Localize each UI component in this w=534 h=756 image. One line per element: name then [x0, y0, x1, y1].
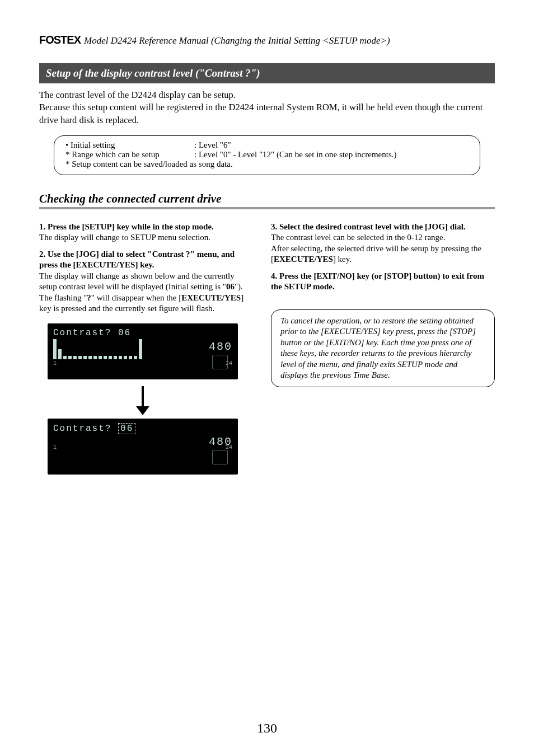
settings-info-box: • Initial setting : Level "6" * Range wh… — [54, 135, 480, 175]
intro-line-1: The contrast level of the D2424 display … — [39, 90, 236, 100]
lcd-side-number: 480 — [209, 340, 232, 353]
arrow-down-icon — [142, 386, 144, 408]
step-body: " will disappear when the [ — [91, 293, 182, 302]
info-value: : Level "6" — [194, 140, 231, 150]
key-name: SETUP — [85, 222, 111, 231]
lcd-text: Contrast? 06 — [53, 423, 232, 434]
section-title-bar: Setup of the display contrast level ("Co… — [39, 63, 495, 83]
header: FOSTEX Model D2424 Reference Manual (Cha… — [39, 34, 495, 46]
step-body: The contrast level can be selected in th… — [271, 233, 446, 242]
step-body: The display will change to SETUP menu se… — [39, 233, 210, 242]
step-text: ] key. — [135, 260, 154, 269]
lcd-scale: 124 — [53, 444, 232, 450]
manual-page: FOSTEX Model D2424 Reference Manual (Cha… — [0, 0, 534, 756]
step-2: 2. Use the [JOG] dial to select "Contras… — [39, 249, 246, 314]
step-4: 4. Press the [EXIT/NO] key (or [STOP] bu… — [271, 271, 495, 293]
lcd-icon — [212, 450, 228, 464]
info-label: • Initial setting — [65, 140, 194, 150]
step-body: The display will change as shown below a… — [39, 271, 235, 292]
step-text: 4. Press the [ — [271, 271, 316, 280]
two-columns: 1. Press the [SETUP] key while in the st… — [39, 222, 495, 475]
key-name: EXIT/NO — [316, 271, 352, 280]
step-body: ] key. — [333, 255, 352, 264]
step-text: 1. Press the [ — [39, 222, 85, 231]
lcd-icon — [212, 355, 228, 369]
lcd-bargraph — [53, 340, 232, 359]
header-title: Model D2424 Reference Manual (Changing t… — [84, 35, 390, 46]
step-body: "). — [235, 282, 243, 291]
step-text: ] dial to select " — [96, 250, 152, 259]
intro-line-2: Because this setup content will be regis… — [39, 102, 483, 125]
key-name: STOP — [387, 271, 409, 280]
step-text: ] key (or [ — [352, 271, 387, 280]
brand-logo: FOSTEX — [39, 34, 81, 46]
column-right: 3. Select the desired contrast level wit… — [271, 222, 495, 475]
step-1: 1. Press the [SETUP] key while in the st… — [39, 222, 246, 243]
lcd-scale: 124 — [53, 360, 232, 367]
key-name: JOG — [428, 222, 445, 231]
lcd-text-value: 06 — [118, 423, 135, 434]
menu-name: Contrast ? — [152, 250, 190, 259]
info-value: : Level "0" - Level "12" (Can be set in … — [194, 150, 396, 159]
column-left: 1. Press the [SETUP] key while in the st… — [39, 222, 246, 475]
info-row: • Initial setting : Level "6" — [65, 140, 469, 150]
step-text: ] key while in the stop mode. — [112, 222, 214, 231]
step-text: 3. Select the desired contrast level wit… — [271, 222, 428, 231]
step-3: 3. Select the desired contrast level wit… — [271, 222, 495, 265]
lcd-display-1: Contrast? 06 — [48, 323, 238, 379]
step-text: ] dial. — [445, 222, 466, 231]
key-name: EXECUTE/YES — [76, 260, 135, 269]
key-name: JOG — [79, 250, 96, 259]
note-box: To cancel the operation, or to restore t… — [271, 309, 495, 387]
step-text: 2. Use the [ — [39, 250, 79, 259]
intro-paragraph: The contrast level of the D2424 display … — [39, 89, 495, 126]
section-heading: Checking the connected current drive — [39, 192, 495, 206]
step-body: The flashing " — [39, 293, 87, 302]
key-name: EXECUTE/YES — [181, 293, 241, 302]
value: ? — [87, 293, 91, 302]
lcd-display-2: Contrast? 06 124 480 — [48, 419, 238, 475]
lcd-text-label: Contrast? — [53, 424, 111, 434]
info-row: * Range which can be setup : Level "0" -… — [65, 150, 469, 159]
lcd-side-number: 480 — [209, 435, 232, 448]
value: 06 — [226, 282, 235, 291]
info-label: * Range which can be setup — [65, 150, 194, 159]
key-name: EXECUTE/YES — [274, 255, 333, 264]
heading-underline — [39, 207, 495, 209]
lcd-sequence: Contrast? 06 — [39, 320, 246, 475]
info-note: * Setup content can be saved/loaded as s… — [65, 159, 469, 169]
lcd-text: Contrast? 06 — [53, 328, 232, 338]
page-number: 130 — [0, 721, 534, 736]
